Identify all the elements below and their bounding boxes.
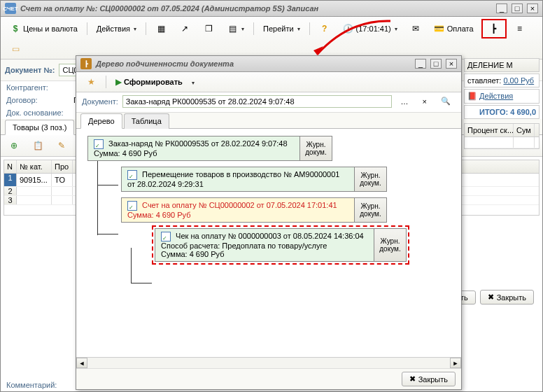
tab-tree[interactable]: Дерево: [80, 113, 122, 129]
node-sum: Сумма: 4 690 Руб: [161, 250, 225, 258]
edit-row-button[interactable]: ✎: [51, 138, 72, 153]
tb-icon-4[interactable]: ▤: [222, 21, 249, 36]
horizontal-scrollbar[interactable]: ◄ ►: [76, 357, 461, 368]
journal-button[interactable]: Журн. докум.: [354, 167, 386, 191]
form-button[interactable]: ▶ Сформировать: [111, 75, 188, 89]
tb-icon-3[interactable]: ❐: [198, 21, 219, 36]
time-button[interactable]: 🕐(17:01:41): [338, 21, 402, 36]
journal-button[interactable]: Журн. докум.: [354, 198, 386, 222]
tree-button[interactable]: ┣: [484, 21, 505, 36]
select-button[interactable]: …: [396, 95, 414, 108]
tb-icon-1[interactable]: ▦: [150, 21, 171, 36]
clock-icon: 🕐: [343, 23, 354, 34]
separator: [253, 22, 254, 35]
journal-button[interactable]: Журн. докум.: [299, 136, 332, 160]
sub-close-btn[interactable]: ✖ Закрыть: [402, 372, 456, 386]
tree-node-order: Заказ-наряд № РК00009535 от 28.02.2024 9…: [87, 136, 332, 161]
envelope-icon: ✉: [410, 23, 421, 34]
total-row: ИТОГО: 4 690,0: [464, 105, 540, 119]
pencil-icon: ✎: [56, 140, 67, 151]
th-n[interactable]: N: [4, 160, 17, 173]
row-number: 2: [4, 187, 17, 195]
th-sum[interactable]: Сум: [514, 124, 535, 136]
actions-dropdown[interactable]: Действия: [92, 22, 141, 35]
cell-cat[interactable]: 90915...: [17, 174, 52, 186]
tb-icon-5[interactable]: ✉: [405, 21, 426, 36]
tree-node-receipt: Чек на оплату № 0000000003 от 08.05.2024…: [155, 228, 407, 262]
tree-window-icon: ┣: [80, 58, 92, 69]
node-content[interactable]: Счет на оплату № СЦ00000002 от 07.05.202…: [122, 198, 354, 222]
th-cat[interactable]: № кат.: [17, 160, 52, 173]
tree-connector: [131, 283, 152, 284]
document-label: Документ:: [82, 97, 118, 106]
tree-node-invoice: Счет на оплату № СЦ00000002 от 07.05.202…: [121, 197, 387, 223]
main-toolbar: $Цены и валюта Действия ▦ ↗ ❐ ▤ Перейти …: [1, 17, 542, 59]
scroll-track[interactable]: [87, 358, 450, 368]
prices-currency-button[interactable]: $Цены и валюта: [5, 21, 83, 36]
th-discount[interactable]: Процент ск...: [465, 124, 514, 136]
tree-connector: [97, 185, 118, 186]
add-row-button[interactable]: ⊕: [3, 138, 24, 153]
main-close-button[interactable]: ✖Закрыть: [480, 290, 534, 304]
total-label: ИТОГО:: [479, 108, 508, 116]
sub-tabs: Дерево Таблица: [76, 113, 461, 129]
x-icon: ✖: [488, 293, 494, 302]
payment-icon: 💳: [434, 23, 445, 34]
tb-icon-6[interactable]: ≡: [509, 21, 530, 36]
doc-type-icon: СЧЕТ: [5, 3, 16, 14]
doc-icon: [94, 139, 104, 149]
cell-cat[interactable]: [17, 196, 52, 204]
dollar-icon: $: [10, 23, 21, 34]
tb-icon-8[interactable]: 📋: [27, 138, 48, 153]
node-content[interactable]: Чек на оплату № 0000000003 от 08.05.2024…: [155, 229, 374, 261]
document-field[interactable]: Заказ-наряд РК00009535 от 28.02.2024 9:0…: [122, 95, 392, 108]
journal-button[interactable]: Журн. докум.: [374, 229, 406, 261]
form-icon: ▤: [227, 23, 238, 34]
tab-table[interactable]: Таблица: [124, 113, 169, 129]
sub-titlebar: ┣ Дерево подчиненности документа _ □ ×: [76, 56, 461, 72]
node-content[interactable]: Заказ-наряд № РК00009535 от 28.02.2024 9…: [88, 136, 299, 160]
cell-name[interactable]: TO: [52, 174, 73, 186]
separator: [309, 22, 310, 35]
help-button[interactable]: ?: [314, 21, 335, 36]
amount-row: ставляет: 0,00 Руб: [464, 74, 540, 88]
cell-name[interactable]: [52, 196, 73, 204]
node-method: Способ расчета: Предоплата по товару/усл…: [161, 241, 327, 250]
cell-cat[interactable]: [17, 187, 52, 195]
scroll-right-button[interactable]: ►: [450, 358, 461, 368]
tb-icon-7[interactable]: ▭: [5, 41, 26, 57]
tb-icon-2[interactable]: ↗: [174, 21, 195, 36]
close-button[interactable]: ×: [527, 4, 538, 13]
sub-footer: ✖ Закрыть: [76, 368, 461, 389]
amount-link[interactable]: 0,00 Руб: [503, 76, 534, 85]
sub-close-button[interactable]: ×: [446, 59, 457, 69]
magnifier-icon: 🔍: [441, 97, 451, 106]
tree-node-transfer: Перемещение товаров в производство № АМ9…: [121, 167, 387, 192]
clear-button[interactable]: ×: [418, 95, 432, 108]
docnum-label: Документ №:: [5, 66, 55, 74]
book-icon: 📕: [467, 92, 477, 100]
sub-maximize-button[interactable]: □: [430, 59, 442, 69]
goto-dropdown[interactable]: Перейти: [258, 22, 305, 35]
th-name[interactable]: Про: [52, 160, 73, 173]
favorite-button[interactable]: ★: [80, 74, 101, 90]
node-content[interactable]: Перемещение товаров в производство № АМ9…: [122, 167, 354, 191]
node-title: Перемещение товаров в производство № АМ9…: [127, 170, 339, 188]
pay-button[interactable]: 💳Оплата: [429, 21, 479, 36]
document-row: Документ: Заказ-наряд РК00009535 от 28.0…: [76, 92, 461, 113]
minimize-button[interactable]: _: [496, 4, 507, 13]
cell-name[interactable]: [52, 187, 73, 195]
tree-window: ┣ Дерево подчиненности документа _ □ × ★…: [76, 55, 462, 390]
separator: [87, 22, 87, 35]
sub-minimize-button[interactable]: _: [415, 59, 426, 69]
right-panel: ДЕЛЕНИЕ М ставляет: 0,00 Руб 📕 Действия …: [464, 58, 540, 149]
open-button[interactable]: 🔍: [436, 94, 456, 108]
actions-row: 📕 Действия: [464, 89, 540, 104]
pick-icon: 📋: [32, 140, 43, 151]
form-dropdown[interactable]: [190, 78, 195, 86]
maximize-button[interactable]: □: [512, 4, 523, 13]
actions-link[interactable]: Действия: [479, 92, 513, 100]
scroll-left-button[interactable]: ◄: [76, 358, 87, 368]
tab-goods[interactable]: Товары (3 поз.): [5, 120, 74, 135]
sub-toolbar: ★ ▶ Сформировать: [76, 72, 461, 92]
